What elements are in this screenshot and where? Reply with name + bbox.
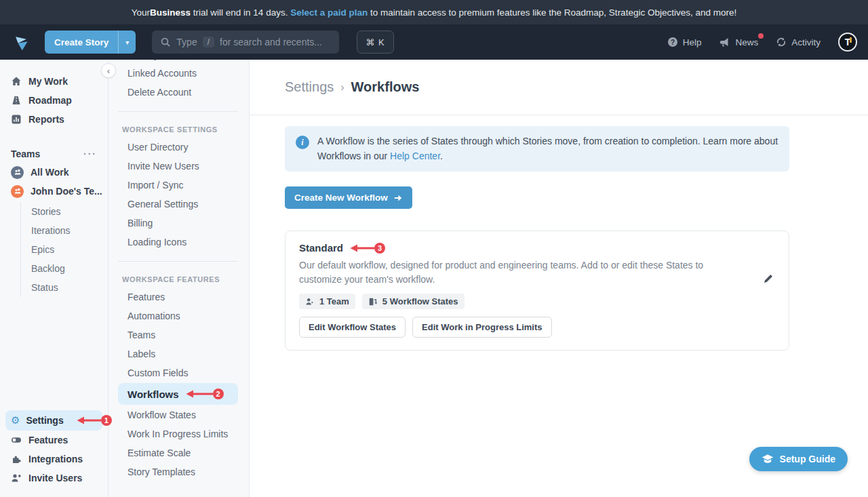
info-text-after: . — [440, 151, 443, 161]
nav-label: User Directory — [127, 142, 188, 153]
breadcrumb-settings[interactable]: Settings — [285, 79, 334, 95]
sidebar-item-reports[interactable]: Reports — [0, 110, 108, 129]
settings-nav-story-templates[interactable]: Story Templates — [108, 462, 249, 481]
team-label: John Doe's Te... — [31, 186, 102, 197]
badge-label: 1 Team — [319, 296, 349, 306]
gear-icon: ⚙ — [11, 414, 20, 426]
settings-nav-labels[interactable]: Labels — [108, 344, 249, 363]
activity-label: Activity — [791, 37, 821, 47]
create-new-workflow-button[interactable]: Create New Workflow — [285, 186, 412, 209]
sidebar-item-integrations[interactable]: Integrations — [0, 450, 108, 469]
subitem-label: Status — [31, 282, 58, 293]
annotation-number-1: 1 — [101, 415, 112, 426]
nav-label: Workflows — [127, 389, 179, 400]
sidebar-item-features[interactable]: Features — [0, 431, 108, 450]
svg-text:?: ? — [671, 39, 675, 46]
settings-nav-delete-account[interactable]: Delete Account — [108, 83, 249, 102]
badge-label: 5 Workflow States — [382, 296, 458, 306]
sidebar-item-roadmap[interactable]: Roadmap — [0, 91, 108, 110]
sidebar-collapse-button[interactable]: ‹ — [101, 63, 116, 78]
setup-guide-label: Setup Guide — [780, 454, 835, 464]
puzzle-icon — [11, 454, 22, 464]
main-panel: Settings › Workflows i A Workflow is the… — [250, 60, 868, 497]
settings-nav-import-sync[interactable]: Import / Sync — [108, 176, 249, 195]
settings-nav-estimate-scale[interactable]: Estimate Scale — [108, 443, 249, 462]
settings-nav-custom-fields[interactable]: Custom Fields — [108, 363, 249, 382]
settings-nav-workflows-active[interactable]: Workflows 2 — [118, 383, 238, 405]
workflow-states-badge: 5 Workflow States — [362, 294, 465, 309]
nav-label: Invite New Users — [127, 161, 199, 172]
search-shortcut-kbd[interactable]: ⌘ K — [357, 31, 393, 54]
setup-guide-button[interactable]: Setup Guide — [749, 447, 848, 471]
settings-sidebar: y Linked Accounts Delete Account WORKSPA… — [108, 60, 250, 497]
sidebar-item-label: Reports — [28, 114, 64, 125]
sidebar-item-john-does-team[interactable]: John Doe's Te... — [0, 182, 108, 201]
settings-nav-teams[interactable]: Teams — [108, 325, 249, 344]
edit-workflow-states-button[interactable]: Edit Workflow States — [299, 317, 406, 338]
sidebar-item-label: Roadmap — [28, 95, 72, 106]
settings-nav-user-directory[interactable]: User Directory — [108, 138, 249, 157]
nav-label: General Settings — [127, 199, 198, 210]
nav-label: Work In Progress Limits — [127, 429, 228, 439]
sidebar-item-stories[interactable]: Stories — [31, 202, 108, 221]
news-label: News — [735, 37, 758, 47]
red-arrow-icon — [349, 243, 376, 253]
teams-section-header: Teams ··· — [0, 145, 108, 163]
create-new-workflow-label: Create New Workflow — [294, 193, 388, 203]
workflow-card-standard: Standard 3 Our default workflow, designe… — [285, 231, 789, 351]
settings-nav-divider — [118, 261, 238, 262]
info-text: A Workflow is the series of States throu… — [317, 134, 778, 163]
sidebar-item-my-work[interactable]: My Work — [0, 72, 108, 91]
workflow-info-banner: i A Workflow is the series of States thr… — [285, 126, 789, 172]
integrations-label: Integrations — [28, 454, 83, 464]
help-center-link[interactable]: Help Center — [390, 151, 440, 161]
page-content: i A Workflow is the series of States thr… — [250, 115, 868, 351]
global-search-input[interactable]: Type / for search and recents... — [152, 31, 339, 54]
create-story-button[interactable]: Create Story — [45, 31, 118, 54]
edit-workflow-pencil-icon[interactable] — [763, 273, 774, 287]
info-text-before: A Workflow is the series of States throu… — [317, 136, 778, 161]
nav-label: Features — [127, 292, 165, 302]
people-icon — [14, 187, 22, 195]
settings-nav-linked-accounts[interactable]: Linked Accounts — [108, 64, 249, 83]
edit-wip-limits-button[interactable]: Edit Work in Progress Limits — [412, 317, 551, 338]
settings-nav-wip-limits[interactable]: Work In Progress Limits — [108, 424, 249, 443]
nav-label: Loading Icons — [127, 237, 186, 247]
shortcut-logo[interactable] — [11, 32, 31, 52]
search-type-word: Type — [176, 37, 197, 47]
activity-button[interactable]: Activity — [776, 37, 821, 47]
settings-nav-loading-icons[interactable]: Loading Icons — [108, 233, 249, 252]
settings-nav-divider — [118, 111, 238, 112]
help-label: Help — [683, 37, 702, 47]
create-story-caret[interactable]: ▾ — [118, 31, 136, 54]
sidebar-item-label: My Work — [28, 76, 68, 87]
search-placeholder: for search and recents... — [220, 37, 322, 47]
settings-nav-billing[interactable]: Billing — [108, 214, 249, 233]
sidebar-item-iterations[interactable]: Iterations — [31, 221, 108, 240]
nav-label: Automations — [127, 311, 180, 321]
team-count-badge: 1 Team — [299, 294, 355, 309]
sidebar-item-invite-users[interactable]: Invite Users — [0, 469, 108, 488]
select-paid-plan-link[interactable]: Select a paid plan — [290, 7, 368, 18]
sidebar-item-settings[interactable]: ⚙ Settings 1 — [5, 410, 102, 431]
settings-nav-workflow-states[interactable]: Workflow States — [108, 405, 249, 424]
news-button[interactable]: News — [719, 37, 758, 47]
settings-nav-general-settings[interactable]: General Settings — [108, 195, 249, 214]
sidebar-item-all-work[interactable]: All Work — [0, 163, 108, 182]
help-button[interactable]: ? Help — [667, 37, 702, 47]
banner-text-mid: trial will end in 14 days. — [191, 7, 290, 18]
sidebar-item-status[interactable]: Status — [31, 278, 108, 297]
settings-nav-features[interactable]: Features — [108, 287, 249, 306]
sidebar-item-epics[interactable]: Epics — [31, 240, 108, 259]
person-plus-icon — [11, 473, 22, 483]
create-story-split-button[interactable]: Create Story ▾ — [45, 31, 136, 54]
sidebar-item-backlog[interactable]: Backlog — [31, 259, 108, 278]
nav-label: Linked Accounts — [127, 68, 197, 79]
annotation-number-3: 3 — [374, 243, 385, 254]
settings-nav-automations[interactable]: Automations — [108, 306, 249, 325]
teams-menu-button[interactable]: ··· — [83, 148, 97, 159]
settings-nav-invite-new-users[interactable]: Invite New Users — [108, 157, 249, 176]
user-avatar[interactable]: T — [838, 33, 857, 52]
shortcut-logo-icon — [12, 33, 31, 52]
app-body: My Work Roadmap Reports Teams ··· — [0, 60, 868, 497]
